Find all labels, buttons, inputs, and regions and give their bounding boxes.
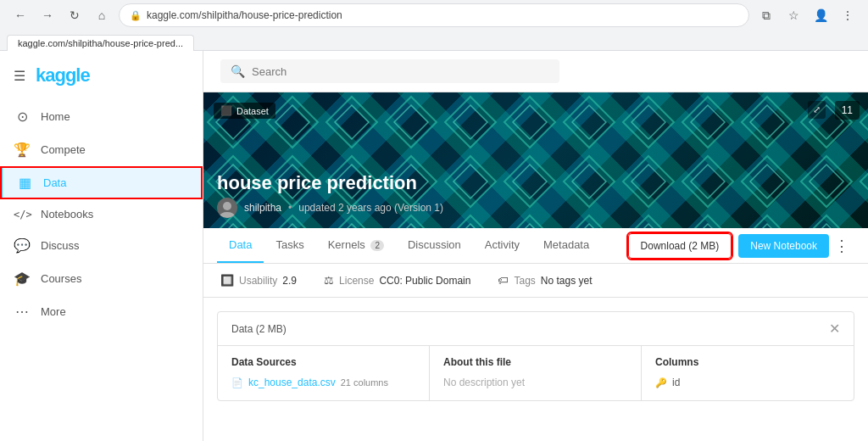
columns-column: Columns 🔑 id xyxy=(642,346,854,400)
forward-button[interactable]: → xyxy=(37,5,58,25)
courses-icon: 🎓 xyxy=(14,271,31,287)
data-columns-grid: Data Sources 📄 kc_house_data.csv 21 colu… xyxy=(218,346,854,400)
tab-tasks[interactable]: Tasks xyxy=(264,228,315,263)
profile-button[interactable]: 👤 xyxy=(810,5,831,25)
tabs-more-button[interactable]: ⋮ xyxy=(829,233,854,259)
sidebar-label-compete: Compete xyxy=(41,143,86,156)
metadata-bar: 🔲 Usability 2.9 ⚖ License CC0: Public Do… xyxy=(203,264,868,298)
sidebar-item-notebooks[interactable]: </> Notebooks xyxy=(0,199,203,229)
sidebar-item-home[interactable]: ⊙ Home xyxy=(0,100,203,133)
column-id-name: id xyxy=(672,377,680,388)
url-text: kaggle.com/shilpitha/house-price-predict… xyxy=(147,9,342,21)
sidebar-label-notebooks: Notebooks xyxy=(41,208,93,220)
svg-point-3 xyxy=(223,202,231,210)
sidebar-item-data[interactable]: ▦ Data xyxy=(0,166,203,199)
data-source-item[interactable]: 📄 kc_house_data.csv 21 columns xyxy=(231,375,415,390)
svg-point-4 xyxy=(220,212,235,218)
author-name: shilpitha xyxy=(244,202,281,214)
tags-value: No tags yet xyxy=(541,275,593,287)
dataset-badge: ⬛ Dataset xyxy=(214,103,275,119)
sidebar-label-courses: Courses xyxy=(41,272,81,285)
tab-discussion[interactable]: Discussion xyxy=(396,228,473,263)
data-card-close-button[interactable]: ✕ xyxy=(829,321,840,337)
usability-label: Usability xyxy=(239,275,277,287)
dataset-badge-icon: ⬛ xyxy=(220,105,232,116)
columns-title: Columns xyxy=(655,356,840,368)
search-box[interactable]: 🔍 xyxy=(220,59,559,83)
data-card: Data (2 MB) ✕ Data Sources 📄 kc_house_da… xyxy=(217,311,854,401)
address-bar[interactable]: 🔒 kaggle.com/shilpitha/house-price-predi… xyxy=(119,3,749,27)
tab-kernels-label: Kernels xyxy=(328,238,365,251)
search-input[interactable] xyxy=(252,65,549,78)
sidebar-item-compete[interactable]: 🏆 Compete xyxy=(0,133,203,166)
tab-kernels[interactable]: Kernels 2 xyxy=(316,228,396,263)
tags-label: Tags xyxy=(514,275,535,287)
top-bar: 🔍 xyxy=(203,51,868,92)
tags-item: 🏷 Tags No tags yet xyxy=(498,274,592,287)
data-icon: ▦ xyxy=(16,175,33,191)
tab-metadata[interactable]: Metadata xyxy=(531,228,601,263)
tab-activity[interactable]: Activity xyxy=(473,228,531,263)
about-file-title: About this file xyxy=(443,356,627,368)
app-layout: ☰ kaggle ⊙ Home 🏆 Compete ▦ Data </> Not… xyxy=(0,51,868,441)
column-id-item: 🔑 id xyxy=(655,375,840,390)
new-notebook-button[interactable]: New Notebook xyxy=(738,234,829,258)
license-label: License xyxy=(339,275,374,287)
tags-icon: 🏷 xyxy=(498,274,509,287)
license-item: ⚖ License CC0: Public Domain xyxy=(324,274,470,287)
about-file-text: No description yet xyxy=(443,377,525,388)
dataset-count: 11 xyxy=(835,101,860,120)
data-card-title: Data (2 MB) xyxy=(231,323,287,335)
bookmark-button[interactable]: ☆ xyxy=(783,5,804,25)
kernels-badge: 2 xyxy=(370,240,384,251)
dataset-updated: updated 2 years ago (Version 1) xyxy=(298,202,443,214)
data-sources-column: Data Sources 📄 kc_house_data.csv 21 colu… xyxy=(218,346,430,400)
sidebar-header: ☰ kaggle xyxy=(0,58,203,100)
main-content: 🔍 ⬛ Dataset ⤢ 11 xyxy=(203,51,868,441)
sidebar: ☰ kaggle ⊙ Home 🏆 Compete ▦ Data </> Not… xyxy=(0,51,203,441)
usability-value: 2.9 xyxy=(282,275,297,287)
kaggle-logo[interactable]: kaggle xyxy=(36,64,90,87)
sidebar-label-discuss: Discuss xyxy=(41,239,80,252)
tabs-bar: Data Tasks Kernels 2 Discussion Activity… xyxy=(203,228,868,264)
csv-file-icon: 📄 xyxy=(231,377,243,388)
dataset-hero: ⬛ Dataset ⤢ 11 house price prediction sh… xyxy=(203,92,868,228)
discuss-icon: 💬 xyxy=(14,237,31,254)
home-button[interactable]: ⌂ xyxy=(92,5,112,25)
data-sources-title: Data Sources xyxy=(231,356,415,368)
hamburger-button[interactable]: ☰ xyxy=(14,68,25,84)
compete-icon: 🏆 xyxy=(14,142,31,158)
sidebar-item-discuss[interactable]: 💬 Discuss xyxy=(0,229,203,262)
data-section: Data (2 MB) ✕ Data Sources 📄 kc_house_da… xyxy=(203,298,868,415)
dataset-badge-label: Dataset xyxy=(236,106,269,116)
usability-item: 🔲 Usability 2.9 xyxy=(220,274,297,287)
tab-data[interactable]: Data xyxy=(217,228,264,263)
reload-button[interactable]: ↻ xyxy=(64,5,85,25)
dataset-meta: shilpitha • updated 2 years ago (Version… xyxy=(217,198,443,218)
file-name[interactable]: kc_house_data.csv xyxy=(248,377,336,388)
back-button[interactable]: ← xyxy=(10,5,31,25)
file-columns-count: 21 columns xyxy=(341,377,388,388)
extensions-button[interactable]: ⧉ xyxy=(756,5,776,25)
active-tab[interactable]: kaggle.com/shilpitha/house-price-pred... xyxy=(7,35,194,51)
sidebar-label-more: More xyxy=(41,305,66,318)
sidebar-label-data: Data xyxy=(43,176,66,189)
sidebar-item-more[interactable]: ⋯ More xyxy=(0,295,203,328)
expand-button[interactable]: ⤢ xyxy=(808,101,826,119)
license-value: CC0: Public Domain xyxy=(379,275,470,287)
browser-chrome: ← → ↻ ⌂ 🔒 kaggle.com/shilpitha/house-pri… xyxy=(0,0,868,51)
menu-button[interactable]: ⋮ xyxy=(837,5,858,25)
about-file-item: No description yet xyxy=(443,375,627,390)
lock-icon: 🔒 xyxy=(130,10,142,21)
about-file-column: About this file No description yet xyxy=(430,346,642,400)
sidebar-item-courses[interactable]: 🎓 Courses xyxy=(0,262,203,295)
meta-dot: • xyxy=(288,202,292,214)
home-icon: ⊙ xyxy=(14,109,31,125)
download-button[interactable]: Download (2 MB) xyxy=(628,233,732,259)
notebooks-icon: </> xyxy=(14,209,31,220)
sidebar-label-home: Home xyxy=(41,110,70,123)
search-icon: 🔍 xyxy=(231,64,245,78)
dataset-title: house price prediction xyxy=(217,172,417,194)
author-avatar xyxy=(217,198,237,218)
license-icon: ⚖ xyxy=(324,274,334,287)
